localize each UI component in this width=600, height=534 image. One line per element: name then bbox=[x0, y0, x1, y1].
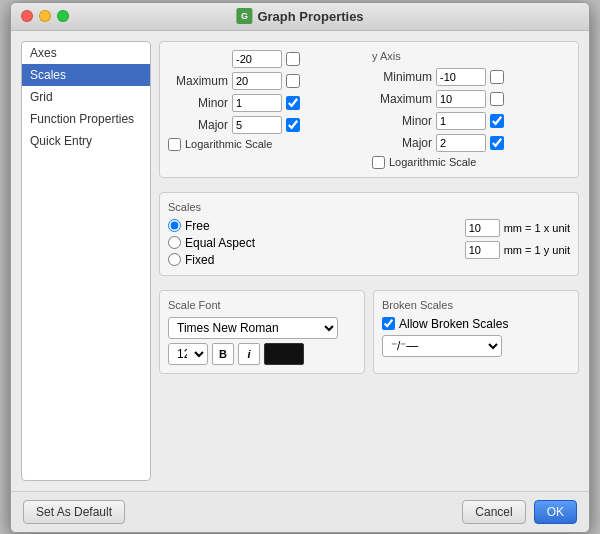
y-max-label: Maximum bbox=[372, 92, 432, 106]
font-select[interactable]: Times New Roman bbox=[168, 317, 338, 339]
mm-y-row: mm = 1 y unit bbox=[465, 241, 570, 259]
x-min-checkbox[interactable] bbox=[286, 52, 300, 66]
x-minor-label: Minor bbox=[168, 96, 228, 110]
scale-free-radio[interactable] bbox=[168, 219, 181, 232]
y-minor-input[interactable] bbox=[436, 112, 486, 130]
footer-right: Cancel OK bbox=[462, 500, 577, 524]
x-major-label: Major bbox=[168, 118, 228, 132]
sidebar: Axes Scales Grid Function Properties Qui… bbox=[21, 41, 151, 481]
y-axis-group: y Axis Minimum Maximum Minor bbox=[372, 50, 570, 169]
font-size-select[interactable]: 12 bbox=[168, 343, 208, 365]
y-min-label: Minimum bbox=[372, 70, 432, 84]
x-max-checkbox[interactable] bbox=[286, 74, 300, 88]
sidebar-item-quick-entry[interactable]: Quick Entry bbox=[22, 130, 150, 152]
y-axis-label: y Axis bbox=[372, 50, 570, 62]
broken-style-select[interactable]: ⁻/⁻— bbox=[382, 335, 502, 357]
scale-free-row: Free bbox=[168, 219, 255, 233]
scale-radio-group: Free Equal Aspect Fixed bbox=[168, 219, 255, 267]
y-minor-label: Minor bbox=[372, 114, 432, 128]
scales-section: Scales Free Equal Aspect Fix bbox=[159, 192, 579, 276]
ok-button[interactable]: OK bbox=[534, 500, 577, 524]
x-axis-group: Maximum Minor Major bbox=[168, 50, 366, 169]
sidebar-item-grid[interactable]: Grid bbox=[22, 86, 150, 108]
font-section-title: Scale Font bbox=[168, 299, 356, 311]
x-min-row bbox=[168, 50, 366, 68]
x-min-input[interactable] bbox=[232, 50, 282, 68]
y-major-row: Major bbox=[372, 134, 570, 152]
y-minor-checkbox[interactable] bbox=[490, 114, 504, 128]
mm-y-input[interactable] bbox=[465, 241, 500, 259]
maximize-button[interactable] bbox=[57, 10, 69, 22]
titlebar: G Graph Properties bbox=[11, 3, 589, 31]
scales-content: Free Equal Aspect Fixed bbox=[168, 219, 570, 267]
bold-button[interactable]: B bbox=[212, 343, 234, 365]
font-section: Scale Font Times New Roman 12 B i bbox=[159, 290, 365, 374]
x-log-scale-row: Logarithmic Scale bbox=[168, 138, 366, 151]
scales-title: Scales bbox=[168, 201, 570, 213]
main-panel: Maximum Minor Major bbox=[159, 41, 579, 481]
sidebar-item-scales[interactable]: Scales bbox=[22, 64, 150, 86]
y-log-scale-row: Logarithmic Scale bbox=[372, 156, 570, 169]
scale-free-label: Free bbox=[185, 219, 210, 233]
y-max-checkbox[interactable] bbox=[490, 92, 504, 106]
sidebar-item-axes[interactable]: Axes bbox=[22, 42, 150, 64]
close-button[interactable] bbox=[21, 10, 33, 22]
scale-equal-row: Equal Aspect bbox=[168, 236, 255, 250]
x-minor-row: Minor bbox=[168, 94, 366, 112]
mm-x-input[interactable] bbox=[465, 219, 500, 237]
y-min-checkbox[interactable] bbox=[490, 70, 504, 84]
x-major-row: Major bbox=[168, 116, 366, 134]
window-title: G Graph Properties bbox=[236, 8, 363, 24]
y-min-input[interactable] bbox=[436, 68, 486, 86]
broken-scales-section: Broken Scales Allow Broken Scales ⁻/⁻— bbox=[373, 290, 579, 374]
x-max-input[interactable] bbox=[232, 72, 282, 90]
window: G Graph Properties Axes Scales Grid Func… bbox=[10, 2, 590, 533]
scale-equal-label: Equal Aspect bbox=[185, 236, 255, 250]
y-log-label: Logarithmic Scale bbox=[389, 156, 476, 168]
y-max-input[interactable] bbox=[436, 90, 486, 108]
x-major-input[interactable] bbox=[232, 116, 282, 134]
mm-x-label: mm = 1 x unit bbox=[504, 222, 570, 234]
main-content: Axes Scales Grid Function Properties Qui… bbox=[11, 31, 589, 491]
mm-x-row: mm = 1 x unit bbox=[465, 219, 570, 237]
x-minor-checkbox[interactable] bbox=[286, 96, 300, 110]
y-minor-row: Minor bbox=[372, 112, 570, 130]
axis-pair: Maximum Minor Major bbox=[168, 50, 570, 169]
sidebar-item-function-properties[interactable]: Function Properties bbox=[22, 108, 150, 130]
axes-section: Maximum Minor Major bbox=[159, 41, 579, 178]
x-log-checkbox[interactable] bbox=[168, 138, 181, 151]
app-icon: G bbox=[236, 8, 252, 24]
y-min-row: Minimum bbox=[372, 68, 570, 86]
y-max-row: Maximum bbox=[372, 90, 570, 108]
footer: Set As Default Cancel OK bbox=[11, 491, 589, 532]
x-major-checkbox[interactable] bbox=[286, 118, 300, 132]
color-swatch[interactable] bbox=[264, 343, 304, 365]
x-minor-input[interactable] bbox=[232, 94, 282, 112]
bottom-sections: Scale Font Times New Roman 12 B i bbox=[159, 290, 579, 380]
set-default-button[interactable]: Set As Default bbox=[23, 500, 125, 524]
x-max-label: Maximum bbox=[168, 74, 228, 88]
font-controls-row: 12 B i bbox=[168, 343, 356, 365]
x-max-row: Maximum bbox=[168, 72, 366, 90]
scale-fixed-row: Fixed bbox=[168, 253, 255, 267]
scale-fixed-radio[interactable] bbox=[168, 253, 181, 266]
allow-broken-label: Allow Broken Scales bbox=[399, 317, 508, 331]
y-major-checkbox[interactable] bbox=[490, 136, 504, 150]
scale-fixed-label: Fixed bbox=[185, 253, 214, 267]
y-major-input[interactable] bbox=[436, 134, 486, 152]
x-log-label: Logarithmic Scale bbox=[185, 138, 272, 150]
scale-equal-radio[interactable] bbox=[168, 236, 181, 249]
minimize-button[interactable] bbox=[39, 10, 51, 22]
italic-button[interactable]: i bbox=[238, 343, 260, 365]
cancel-button[interactable]: Cancel bbox=[462, 500, 525, 524]
mm-y-label: mm = 1 y unit bbox=[504, 244, 570, 256]
y-major-label: Major bbox=[372, 136, 432, 150]
y-log-checkbox[interactable] bbox=[372, 156, 385, 169]
allow-broken-checkbox[interactable] bbox=[382, 317, 395, 330]
traffic-lights bbox=[21, 10, 69, 22]
allow-broken-row: Allow Broken Scales bbox=[382, 317, 570, 331]
broken-scales-title: Broken Scales bbox=[382, 299, 570, 311]
mm-inputs: mm = 1 x unit mm = 1 y unit bbox=[465, 219, 570, 259]
